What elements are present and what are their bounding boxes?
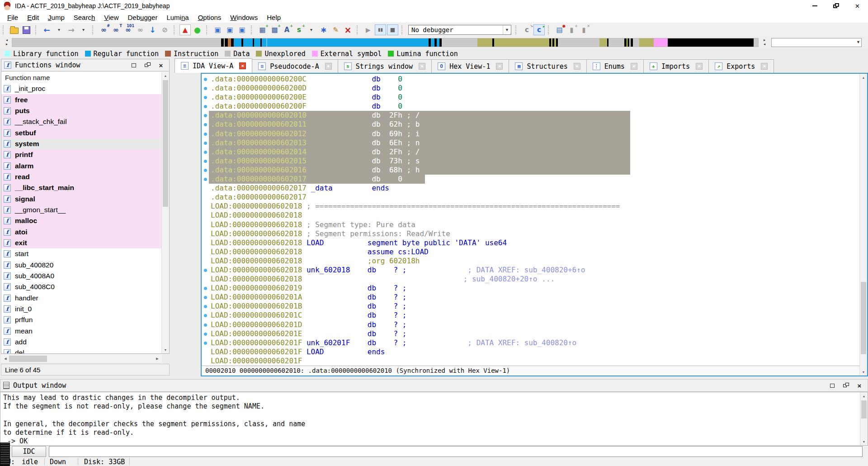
debugger-run-button[interactable]: ▶ — [363, 24, 374, 35]
listing-line[interactable]: LOAD:000000000060201F — [202, 357, 859, 366]
debugger-stop-button[interactable]: ■ — [387, 24, 398, 35]
navband-combo[interactable]: ▼ — [771, 38, 862, 47]
function-row-add[interactable]: fadd — [1, 337, 169, 347]
debugger-options-button[interactable]: ▤● — [554, 24, 565, 35]
listing-line[interactable]: .data:0000000000602017 db 0 — [202, 175, 859, 184]
listing-line[interactable]: LOAD:0000000000602018 LOAD segment byte … — [202, 238, 859, 247]
functions-vscrollbar[interactable]: ▲ ▼ — [161, 72, 169, 353]
panel-close-button[interactable]: × — [157, 62, 165, 69]
scroll-up-arrow[interactable]: ▲ — [162, 72, 169, 79]
create-code-button[interactable]: ▦+ — [257, 24, 268, 35]
save-file-button[interactable] — [21, 24, 32, 35]
create-string-dropdown[interactable]: ▾ — [306, 24, 317, 35]
function-row-sub_4008A0[interactable]: fsub_4008A0 — [1, 271, 169, 281]
listing-vscrollbar[interactable]: ▲ ▼ — [859, 74, 867, 376]
function-row-mean[interactable]: fmean — [1, 326, 169, 337]
navigate-forward-dropdown[interactable]: ▾ — [78, 24, 89, 35]
tab-structures[interactable]: ▦Structures× — [509, 59, 586, 73]
listing-line[interactable]: .data:0000000000602013 db 6Eh ; n — [202, 138, 859, 147]
listing-line[interactable]: .data:000000000060200D db 0 — [202, 84, 859, 93]
scrollbar-thumb[interactable] — [9, 356, 47, 362]
analysis-warning-indicator[interactable]: ▲ — [179, 24, 191, 35]
function-row-__libc_start_main[interactable]: f__libc_start_main — [1, 182, 169, 193]
tab-hex-view-1[interactable]: OHex View-1× — [431, 59, 509, 73]
function-row-setbuf[interactable]: fsetbuf — [1, 127, 169, 138]
delete-breakpoint-button[interactable]: ▮× — [578, 24, 590, 35]
function-row-start[interactable]: fstart — [1, 248, 169, 259]
delete-button[interactable]: × — [342, 24, 354, 35]
scrollbar-thumb[interactable] — [163, 80, 168, 207]
output-console[interactable]: This may lead to drastic changes in the … — [0, 392, 868, 446]
tab-close-button[interactable]: × — [696, 63, 703, 70]
menu-item-search[interactable]: Search — [69, 14, 100, 21]
listing-line[interactable]: .data:000000000060200C db 0 — [202, 75, 859, 84]
desktops-button[interactable]: ▣ — [236, 24, 248, 35]
panel-float-button[interactable] — [144, 62, 151, 69]
panel-maximize-button[interactable] — [130, 62, 137, 69]
menu-item-view[interactable]: View — [99, 14, 123, 21]
output-vscrollbar[interactable]: ▲ ▼ — [860, 392, 868, 445]
menu-item-edit[interactable]: Edit — [23, 14, 43, 21]
functions-hscrollbar[interactable]: ◀ ▶ — [1, 355, 162, 363]
menu-item-file[interactable]: File — [3, 14, 23, 21]
function-row-prffun[interactable]: fprffun — [1, 314, 169, 325]
tab-pseudocode-a[interactable]: ≡Pseudocode-A× — [252, 59, 338, 73]
navigate-back-button[interactable]: ← — [41, 24, 52, 35]
menu-item-jump[interactable]: Jump — [43, 14, 69, 21]
scroll-down-arrow[interactable]: ▼ — [860, 368, 867, 376]
function-row-handler[interactable]: fhandler — [1, 293, 169, 304]
function-row-sub_4008C0[interactable]: fsub_4008C0 — [1, 281, 169, 292]
panel-close-button[interactable]: × — [856, 382, 863, 389]
listing-line[interactable]: .data:0000000000602016 db 68h ; h — [202, 166, 859, 175]
tab-close-button[interactable]: × — [761, 63, 768, 70]
listing-line[interactable]: LOAD:000000000060201E db ? ; — [202, 329, 859, 338]
tab-close-button[interactable]: × — [574, 63, 580, 70]
listing-line[interactable]: LOAD:0000000000602018 ; sub_400820+20↑o … — [202, 275, 859, 284]
edit-button[interactable]: ✎ — [330, 24, 341, 35]
menu-item-options[interactable]: Options — [193, 14, 226, 21]
tab-close-button[interactable]: × — [496, 63, 503, 70]
listing-line[interactable]: .data:0000000000602012 db 69h ; i — [202, 129, 859, 138]
listing-line[interactable]: LOAD:000000000060201F unk_60201F db ? ; … — [202, 338, 859, 347]
listing-line[interactable]: LOAD:0000000000602018 — [202, 211, 859, 220]
close-button[interactable]: × — [847, 0, 868, 12]
listing-line[interactable]: LOAD:0000000000602019 db ? ; — [202, 284, 859, 293]
navigate-back-dropdown[interactable]: ▾ — [53, 24, 65, 35]
search-next-button[interactable]: ∞ — [135, 24, 146, 35]
function-row-malloc[interactable]: fmalloc — [1, 215, 169, 226]
function-row-exit[interactable]: fexit — [1, 238, 169, 248]
navigate-forward-button[interactable]: → — [66, 24, 77, 35]
panel-float-button[interactable] — [842, 382, 849, 389]
listing-line[interactable]: LOAD:0000000000602018 ; Segment type: Pu… — [202, 220, 859, 229]
listing-line[interactable]: LOAD:000000000060201F LOAD ends — [202, 347, 859, 357]
menu-item-debugger[interactable]: Debugger — [123, 14, 162, 21]
function-row-signal[interactable]: fsignal — [1, 193, 169, 204]
scroll-up-arrow[interactable]: ▲ — [860, 392, 868, 399]
tab-close-button[interactable]: × — [419, 63, 425, 70]
tab-imports[interactable]: +Imports× — [643, 59, 709, 73]
restore-button[interactable] — [826, 0, 847, 12]
search-memory-button[interactable]: ∞# — [98, 24, 109, 35]
listing-line[interactable]: .data:0000000000602017 _data ends — [202, 184, 859, 193]
listing-line[interactable]: .data:000000000060200E db 0 — [202, 93, 859, 102]
open-file-button[interactable] — [9, 24, 20, 35]
menu-item-windows[interactable]: Windows — [226, 14, 262, 21]
step-source-button[interactable]: c↘ — [521, 24, 533, 35]
create-array-button[interactable]: A+ — [281, 24, 292, 35]
tab-strings-window[interactable]: sStrings window× — [338, 59, 432, 73]
window-list-button[interactable]: ▣ — [224, 24, 236, 35]
function-row-__stack_chk_fail[interactable]: f__stack_chk_fail — [1, 116, 169, 127]
listing-line[interactable]: .data:0000000000602011 db 62h ; b — [202, 120, 859, 129]
tab-enums[interactable]: ⋮Enums× — [586, 59, 644, 73]
add-breakpoint-button[interactable]: ▮+ — [566, 24, 577, 35]
scroll-left-arrow[interactable]: ◀ — [2, 355, 9, 363]
idc-command-input[interactable] — [49, 446, 863, 457]
scroll-down-arrow[interactable]: ▼ — [162, 346, 169, 353]
listing-line[interactable]: .data:0000000000602010 db 2Fh ; / — [202, 111, 859, 120]
ida-view-pane[interactable]: .data:000000000060200C db 0.data:0000000… — [201, 73, 868, 376]
navband-right-arrows[interactable]: ▸◂ — [761, 38, 768, 48]
output-dock-icon[interactable] — [0, 442, 10, 466]
scrollbar-thumb[interactable] — [861, 400, 867, 418]
function-row-init_0[interactable]: finit_0 — [1, 304, 169, 314]
menu-item-lumina[interactable]: Lumina — [162, 14, 193, 21]
